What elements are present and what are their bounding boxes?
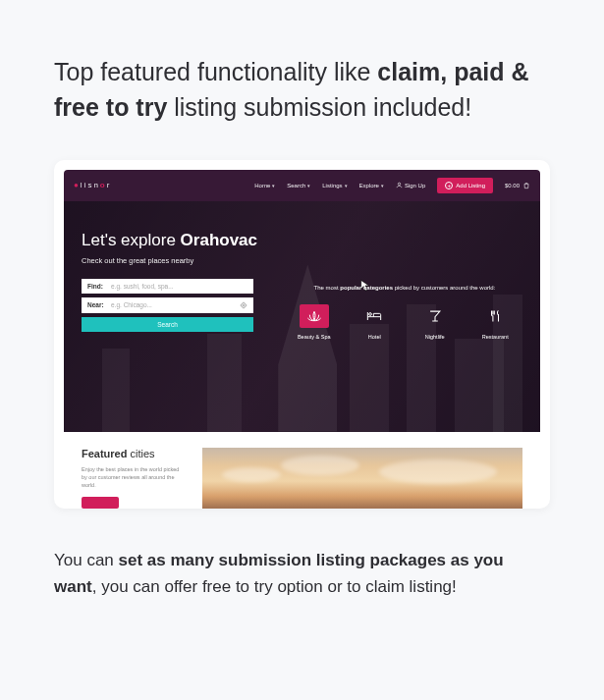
near-label: Near:	[87, 301, 111, 308]
category-beauty-spa[interactable]: Beauty & Spa	[291, 304, 338, 340]
add-listing-button[interactable]: + Add Listing	[437, 178, 493, 193]
categories-panel: The most popular categories picked by cu…	[287, 285, 522, 340]
featured-title: Featured cities	[82, 448, 185, 459]
caption: You can set as many submission listing p…	[54, 548, 550, 600]
most-popular-text: The most popular categories picked by cu…	[287, 285, 522, 291]
find-label: Find:	[87, 283, 111, 290]
category-label: Restaurant	[482, 334, 509, 340]
find-placeholder: e.g. sushi, food, spa...	[111, 283, 174, 290]
hero-title: Let's explore Orahovac	[82, 231, 522, 250]
headline-pre: Top featured functionality like	[54, 58, 377, 85]
nav-signup[interactable]: Sign Up	[396, 182, 425, 188]
featured-section: Featured cities Enjoy the best places in…	[64, 432, 540, 510]
site-window: ●lisnor Home▾ Search▾ Listings▾ Explore▾…	[64, 170, 540, 510]
topbar: ●lisnor Home▾ Search▾ Listings▾ Explore▾…	[64, 170, 540, 201]
category-label: Beauty & Spa	[298, 334, 331, 340]
headline: Top featured functionality like claim, p…	[54, 54, 550, 126]
near-placeholder: e.g. Chicago...	[111, 301, 152, 308]
martini-icon	[428, 309, 442, 323]
category-hotel[interactable]: Hotel	[352, 304, 399, 340]
near-field[interactable]: Near: e.g. Chicago...	[82, 297, 253, 313]
svg-point-2	[244, 304, 245, 305]
bag-icon	[522, 182, 530, 189]
chevron-down-icon: ▾	[381, 183, 384, 188]
nav-home[interactable]: Home▾	[254, 183, 275, 188]
nav-search[interactable]: Search▾	[287, 183, 310, 188]
svg-point-0	[398, 183, 400, 185]
featured-desc: Enjoy the best places in the world picke…	[82, 465, 185, 490]
featured-button[interactable]	[82, 497, 119, 509]
category-label: Nightlife	[425, 334, 445, 340]
lotus-icon	[306, 309, 322, 323]
user-icon	[396, 182, 403, 188]
hero-subtitle: Check out the great places nearby	[82, 256, 522, 265]
chevron-down-icon: ▾	[307, 183, 310, 188]
bed-icon	[366, 309, 382, 323]
cutlery-icon	[488, 309, 502, 323]
headline-post: listing submission included!	[167, 93, 471, 121]
search-box: Find: e.g. sushi, food, spa... Near: e.g…	[82, 279, 253, 332]
find-field[interactable]: Find: e.g. sushi, food, spa...	[82, 279, 253, 294]
category-label: Hotel	[368, 334, 381, 340]
nav-explore[interactable]: Explore▾	[359, 183, 384, 188]
plus-circle-icon: +	[445, 182, 453, 189]
chevron-down-icon: ▾	[272, 183, 275, 188]
nav-listings[interactable]: Listings▾	[322, 183, 347, 188]
screenshot-card: ●lisnor Home▾ Search▾ Listings▾ Explore▾…	[54, 160, 550, 510]
category-nightlife[interactable]: Nightlife	[412, 304, 459, 340]
cart[interactable]: $0.00	[505, 182, 530, 189]
logo: ●lisnor	[74, 181, 111, 189]
hero: Let's explore Orahovac Check out the gre…	[64, 201, 540, 432]
chevron-down-icon: ▾	[345, 183, 348, 188]
geolocate-icon[interactable]	[240, 301, 247, 309]
featured-image	[202, 448, 522, 509]
nav: Home▾ Search▾ Listings▾ Explore▾ Sign Up…	[254, 178, 530, 193]
search-button[interactable]: Search	[82, 317, 253, 332]
category-restaurant[interactable]: Restaurant	[472, 304, 520, 340]
